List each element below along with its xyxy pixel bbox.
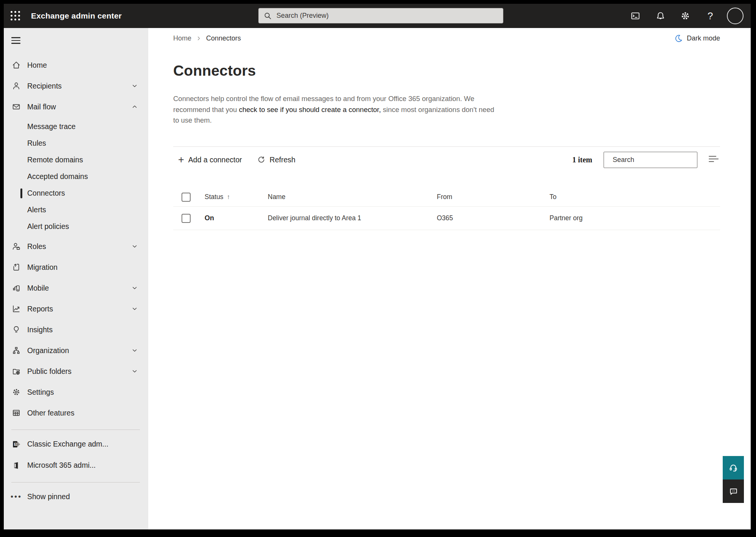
- row-status: On: [205, 214, 214, 222]
- filter-icon: [709, 156, 716, 157]
- lightbulb-icon: [11, 325, 21, 335]
- topbar-actions: ?: [623, 4, 748, 28]
- sidebar-item-mobile[interactable]: Mobile: [4, 278, 148, 299]
- app-title: Exchange admin center: [31, 11, 122, 20]
- plus-icon: +: [178, 156, 184, 163]
- row-checkbox[interactable]: [182, 214, 191, 223]
- top-app-bar: Exchange admin center: [4, 4, 751, 28]
- list-search-box: [604, 152, 697, 168]
- table-icon: [11, 408, 21, 418]
- connectors-table: Status ↑ Name From To On Deliver journal…: [173, 188, 720, 230]
- sidebar-item-reports[interactable]: Reports: [4, 299, 148, 319]
- sidebar-item-alert-policies[interactable]: Alert policies: [4, 218, 148, 235]
- sidebar-item-home[interactable]: Home: [4, 55, 148, 76]
- sidebar-item-organization[interactable]: Organization: [4, 340, 148, 361]
- row-to: Partner org: [550, 214, 720, 222]
- add-connector-button[interactable]: + Add a connector: [178, 156, 242, 164]
- sidebar-divider: [11, 430, 140, 430]
- toolbar-right: 1 item: [572, 152, 720, 168]
- chevron-down-icon: [131, 305, 138, 313]
- sidebar-item-insights[interactable]: Insights: [4, 319, 148, 340]
- global-search-input[interactable]: [276, 12, 498, 20]
- headset-icon: [728, 462, 739, 473]
- table-header-row: Status ↑ Name From To: [173, 188, 720, 207]
- sidebar-item-migration[interactable]: Migration: [4, 257, 148, 278]
- sidebar-item-accepted-domains[interactable]: Accepted domains: [4, 168, 148, 185]
- line-chart-icon: [11, 304, 21, 314]
- chevron-right-icon: [196, 36, 202, 41]
- show-pinned-button[interactable]: ••• Show pinned: [4, 486, 148, 507]
- column-header-to[interactable]: To: [550, 193, 720, 201]
- help-button[interactable]: ?: [698, 4, 723, 28]
- main-panel: Home Connectors Dark mode Connectors Con…: [148, 28, 751, 529]
- breadcrumb-bar: Home Connectors Dark mode: [173, 34, 720, 43]
- waffle-icon: [11, 11, 20, 21]
- dark-mode-label: Dark mode: [687, 34, 720, 42]
- sidebar-item-other-features[interactable]: Other features: [4, 403, 148, 423]
- column-header-from[interactable]: From: [437, 193, 550, 201]
- list-search-input[interactable]: [613, 156, 700, 164]
- org-chart-icon: [11, 346, 21, 355]
- sidebar-item-rules[interactable]: Rules: [4, 135, 148, 152]
- sidebar-item-recipients[interactable]: Recipients: [4, 76, 148, 97]
- table-row[interactable]: On Deliver journal directly to Area 1 O3…: [173, 207, 720, 230]
- refresh-button[interactable]: Refresh: [257, 156, 295, 164]
- collapse-nav-button[interactable]: [4, 28, 148, 50]
- folder-globe-icon: [11, 366, 21, 376]
- sidebar-item-roles[interactable]: Roles: [4, 236, 148, 257]
- document-arrow-icon: [11, 262, 21, 272]
- search-icon: [264, 12, 272, 20]
- chevron-down-icon: [131, 367, 138, 375]
- sidebar-item-alerts[interactable]: Alerts: [4, 202, 148, 218]
- notifications-button[interactable]: [648, 4, 673, 28]
- chevron-down-icon: [131, 284, 138, 292]
- chevron-up-icon: [131, 103, 138, 111]
- check-connector-link[interactable]: check to see if you should create a conn…: [239, 106, 381, 114]
- powershell-button[interactable]: [623, 4, 648, 28]
- person-badge-icon: [11, 241, 21, 251]
- breadcrumb-current: Connectors: [206, 34, 241, 42]
- home-icon: [11, 60, 21, 70]
- page-description: Connectors help control the flow of emai…: [173, 93, 497, 126]
- sidebar-item-connectors[interactable]: Connectors: [4, 185, 148, 202]
- row-from: O365: [437, 214, 550, 222]
- sidebar-item-microsoft-365-admin[interactable]: Microsoft 365 admi...: [4, 455, 148, 476]
- sidebar-item-public-folders[interactable]: Public folders: [4, 361, 148, 382]
- moon-icon: [674, 34, 683, 43]
- sidebar-item-settings[interactable]: Settings: [4, 382, 148, 403]
- sidebar-divider: [11, 482, 140, 483]
- filter-button[interactable]: [707, 154, 720, 165]
- column-header-name[interactable]: Name: [268, 193, 437, 201]
- account-button[interactable]: [723, 4, 748, 28]
- breadcrumb: Home Connectors: [173, 34, 241, 42]
- list-toolbar-section: + Add a connector Refresh 1 item: [173, 146, 720, 173]
- sidebar-item-mail-flow[interactable]: Mail flow: [4, 97, 148, 117]
- feedback-button[interactable]: [723, 479, 744, 503]
- select-all-checkbox[interactable]: [182, 193, 191, 202]
- classic-exchange-icon: E: [11, 439, 21, 449]
- bell-icon: [655, 11, 666, 21]
- page-title: Connectors: [173, 62, 720, 79]
- breadcrumb-home-link[interactable]: Home: [173, 34, 191, 42]
- sidebar-item-message-trace[interactable]: Message trace: [4, 118, 148, 135]
- gear-icon: [680, 11, 691, 21]
- row-name: Deliver journal directly to Area 1: [268, 214, 437, 222]
- person-icon: [11, 81, 21, 91]
- list-toolbar: + Add a connector Refresh 1 item: [173, 147, 720, 173]
- chevron-down-icon: [131, 243, 138, 250]
- chevron-down-icon: [131, 82, 138, 90]
- dark-mode-toggle[interactable]: Dark mode: [674, 34, 720, 43]
- sidebar-item-remote-domains[interactable]: Remote domains: [4, 152, 148, 168]
- floating-action-buttons: [723, 456, 744, 503]
- support-button[interactable]: [723, 456, 744, 479]
- microsoft-365-icon: [11, 461, 21, 470]
- chevron-down-icon: [131, 347, 138, 354]
- app-launcher-button[interactable]: [4, 4, 27, 28]
- column-header-status[interactable]: Status: [205, 193, 224, 201]
- sidebar-item-classic-exchange[interactable]: E Classic Exchange adm...: [4, 434, 148, 455]
- global-search-box: [258, 8, 503, 23]
- gear-icon: [11, 387, 21, 397]
- mail-icon: [11, 102, 21, 112]
- mobile-chart-icon: [11, 283, 21, 293]
- settings-button[interactable]: [673, 4, 698, 28]
